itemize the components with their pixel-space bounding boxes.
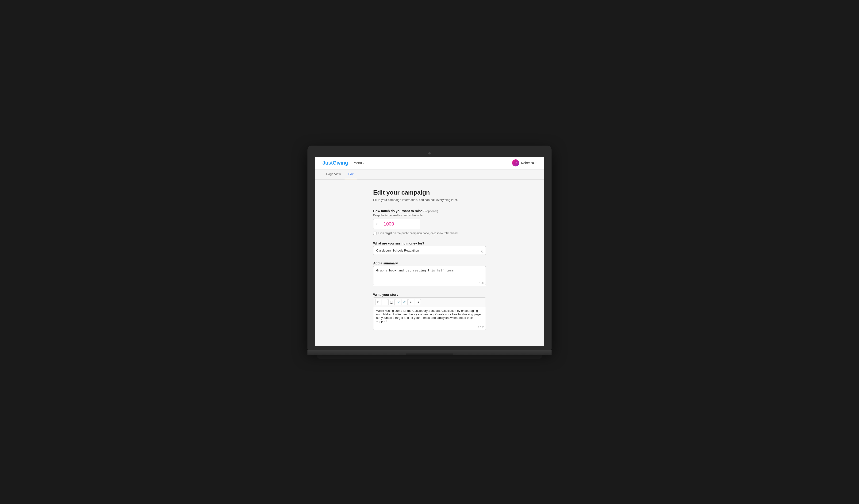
target-label: How much do you want to raise? (optional…: [373, 209, 486, 213]
italic-icon: I: [385, 300, 385, 304]
unlink-button[interactable]: 🔗: [402, 299, 408, 305]
nav-right: R Rebecca ▾: [512, 159, 537, 167]
logo-text: JustGiving: [322, 160, 348, 166]
menu-label: Menu: [354, 161, 362, 165]
tab-edit[interactable]: Edit: [345, 170, 357, 179]
currency-symbol: £: [373, 219, 381, 229]
bold-icon: B: [377, 300, 379, 304]
top-nav: JustGiving Menu ▾ R Rebecca ▾: [315, 157, 544, 170]
user-button[interactable]: Rebecca ▾: [521, 161, 537, 165]
app-wrapper: JustGiving Menu ▾ R Rebecca ▾: [315, 157, 544, 346]
editor-toolbar: B I U 🔗: [373, 298, 486, 306]
undo-icon: ↩: [410, 300, 412, 304]
story-section: Write your story B I U: [373, 293, 486, 330]
menu-button[interactable]: Menu ▾: [354, 161, 364, 165]
story-content: We're raising sums for the Cassiobury Sc…: [376, 309, 482, 323]
laptop-base: [307, 350, 552, 356]
summary-section: Add a summary Grab a book and get readin…: [373, 262, 486, 286]
hide-target-checkbox[interactable]: [373, 232, 376, 235]
summary-field-wrapper: Grab a book and get reading this half te…: [373, 266, 486, 286]
amount-input-group: £ GBP: [373, 219, 420, 229]
underline-button[interactable]: U: [389, 299, 394, 305]
summary-char-count: 158: [479, 282, 483, 284]
page-subtitle: Fill in your campaign information. You c…: [373, 198, 486, 202]
purpose-field-wrapper: 72: [373, 246, 486, 255]
laptop-shell: JustGiving Menu ▾ R Rebecca ▾: [307, 145, 552, 359]
link-button[interactable]: 🔗: [395, 299, 401, 305]
tab-page-view-label: Page View: [326, 172, 341, 176]
laptop-bottom: [317, 356, 542, 359]
purpose-section: What are you raising money for? 72: [373, 241, 486, 255]
menu-chevron-icon: ▾: [363, 162, 364, 164]
user-name: Rebecca: [521, 161, 534, 165]
summary-label: Add a summary: [373, 262, 486, 265]
avatar: R: [512, 159, 519, 167]
underline-icon: U: [391, 300, 393, 304]
redo-icon: ↪: [417, 300, 419, 304]
link-icon: 🔗: [397, 301, 400, 303]
summary-textarea[interactable]: Grab a book and get reading this half te…: [373, 266, 486, 285]
logo[interactable]: JustGiving: [322, 160, 348, 166]
story-char-count: 1762: [478, 326, 484, 328]
screen-bezel: JustGiving Menu ▾ R Rebecca ▾: [307, 145, 552, 350]
target-section: How much do you want to raise? (optional…: [373, 209, 486, 235]
tab-bar: Page View Edit: [315, 170, 544, 179]
amount-input[interactable]: [381, 221, 420, 227]
page-title: Edit your campaign: [373, 189, 486, 196]
story-label: Write your story: [373, 293, 486, 297]
laptop-screen: JustGiving Menu ▾ R Rebecca ▾: [315, 157, 544, 346]
laptop-camera-icon: [428, 152, 431, 155]
form-container: Edit your campaign Fill in your campaign…: [373, 189, 486, 330]
hide-target-label: Hide target on the public campaign page,…: [378, 232, 458, 235]
bold-button[interactable]: B: [375, 299, 381, 305]
tab-page-view[interactable]: Page View: [322, 170, 345, 179]
unlink-icon: 🔗: [403, 301, 406, 303]
purpose-label: What are you raising money for?: [373, 241, 486, 245]
user-chevron-icon: ▾: [536, 162, 537, 164]
purpose-char-count: 72: [481, 250, 483, 253]
nav-left: JustGiving Menu ▾: [322, 160, 364, 166]
tab-edit-label: Edit: [348, 172, 353, 176]
purpose-input[interactable]: [373, 246, 486, 255]
italic-button[interactable]: I: [382, 299, 388, 305]
target-hint: Keep the target realistic and achievable: [373, 214, 486, 217]
redo-button[interactable]: ↪: [415, 299, 421, 305]
hide-target-row: Hide target on the public campaign page,…: [373, 232, 486, 235]
story-editor-body[interactable]: We're raising sums for the Cassiobury Sc…: [373, 306, 486, 330]
undo-button[interactable]: ↩: [408, 299, 414, 305]
main-content: Edit your campaign Fill in your campaign…: [315, 179, 544, 346]
